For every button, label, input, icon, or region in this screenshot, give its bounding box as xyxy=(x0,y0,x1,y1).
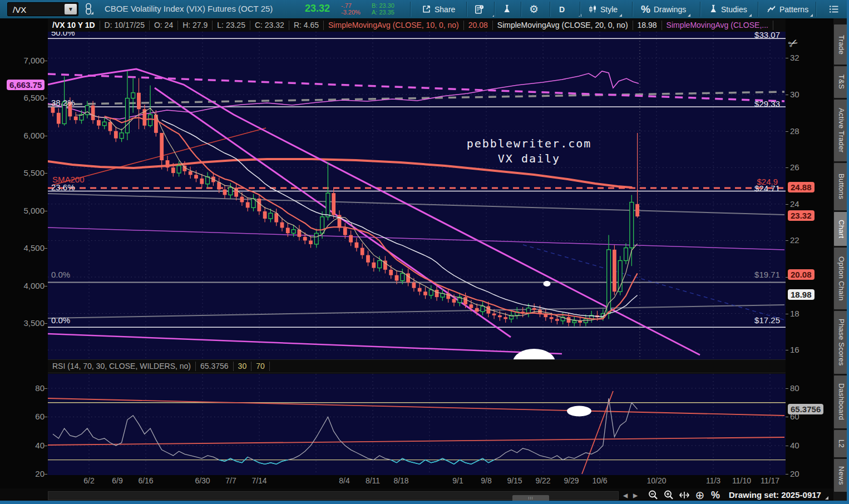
right-axis-tick-label: 32 xyxy=(790,53,799,62)
rsi-right-tick-label: 40 xyxy=(790,441,799,450)
date-tick-label: 11/17 xyxy=(761,476,779,485)
axis-tick xyxy=(786,240,788,241)
axis-tick xyxy=(45,173,47,174)
rsi-canvas[interactable] xyxy=(48,374,786,475)
link-charts-icon[interactable] xyxy=(83,3,95,16)
axis-tick xyxy=(786,350,788,350)
thinkorswim-window: /VX ▼ CBOE Volatility Index (VIX) Future… xyxy=(0,0,849,504)
date-tick-label: 6/2 xyxy=(83,476,94,485)
last-price-bubble: 23.32 xyxy=(788,210,815,221)
rsi-left-tick-label: 80 xyxy=(35,383,45,393)
axis-tick xyxy=(45,388,47,389)
auto-fit-button[interactable] xyxy=(678,489,691,501)
crosshair-tracker-button[interactable]: ⊕ xyxy=(693,489,707,501)
axis-tick xyxy=(45,248,47,249)
date-tick-label: 6/30 xyxy=(195,476,210,485)
sma20-study-label[interactable]: SimpleMovingAvg (CLOSE, 20, 0, no) xyxy=(493,21,633,30)
drawing-set-dropdown-arrow[interactable] xyxy=(825,496,828,500)
header-open: O: 24 xyxy=(150,21,178,30)
axis-tick xyxy=(786,277,788,278)
window-frame-bottom xyxy=(0,501,849,504)
axis-tick xyxy=(786,95,788,95)
date-tick-label: 7/7 xyxy=(225,476,236,485)
axis-tick xyxy=(786,417,788,417)
scroll-right-button[interactable]: ▸ xyxy=(629,489,642,501)
sma50-study-label[interactable]: SimpleMovingAvg (CLOSE,... xyxy=(662,21,773,30)
right-axis-tick-label: 28 xyxy=(790,126,799,136)
left-axis-tick-label: 6,000 xyxy=(23,131,45,140)
axis-tick xyxy=(45,98,47,98)
date-axis: 6/26/96/166/307/77/148/48/118/189/19/89/… xyxy=(0,476,786,488)
axis-tick xyxy=(786,167,788,168)
zoom-in-button[interactable] xyxy=(662,489,675,501)
sma10-study-label[interactable]: SimpleMovingAvg (CLOSE, 10, 0, no) xyxy=(324,21,464,30)
axis-tick xyxy=(45,446,47,446)
chart-panel: /VX 10 Y 1D D: 10/17/25 O: 24 H: 27.9 L:… xyxy=(0,18,833,502)
window-frame-right xyxy=(847,0,849,504)
comparison-price-bubble: 6,663.75 xyxy=(7,80,45,90)
symbol-input[interactable]: /VX ▼ xyxy=(7,2,78,16)
axis-tick xyxy=(786,314,788,314)
axis-tick xyxy=(786,131,788,132)
date-tick-label: 6/9 xyxy=(112,476,122,485)
main-chart-canvas[interactable] xyxy=(48,32,786,359)
rsi-left-tick-label: 60 xyxy=(35,412,45,421)
rsi-oversold-label: 30 xyxy=(234,362,252,371)
axis-tick xyxy=(45,211,47,211)
timeframe-button[interactable]: D xyxy=(554,0,583,18)
symbol-text: /VX xyxy=(13,5,26,14)
axis-tick xyxy=(786,474,788,475)
rsi-value: 65.3756 xyxy=(196,362,234,371)
header-date: D: 10/17/25 xyxy=(100,21,150,30)
style-button[interactable]: Style xyxy=(583,0,623,18)
date-tick-label: 8/4 xyxy=(339,476,349,485)
bottom-toolbar: III ◂ ▸ xyxy=(0,488,833,502)
header-range: R: 4.65 xyxy=(289,21,324,30)
studies-button[interactable]: Studies xyxy=(703,0,753,18)
top-toolbar: /VX ▼ CBOE Volatility Index (VIX) Future… xyxy=(0,0,849,19)
zoom-out-icon xyxy=(648,490,659,501)
rsi-study-label[interactable]: RSI (14, 70, 30, CLOSE, WILDERS, no) xyxy=(48,362,196,371)
flask-icon xyxy=(502,4,511,14)
scissors-detach-icon[interactable]: ✂ xyxy=(786,35,801,51)
drawings-button[interactable]: % Drawings xyxy=(635,0,692,18)
rsi-left-tick-label: 40 xyxy=(35,441,45,450)
zoom-out-button[interactable] xyxy=(646,489,660,501)
dashed-level-price-bubble: 24.88 xyxy=(788,182,815,192)
bid-ask: B: 23.30A: 23.35 xyxy=(372,2,394,16)
axis-tick xyxy=(786,204,788,205)
left-axis-tick-label: 5,000 xyxy=(23,206,45,215)
symbol-dropdown-button[interactable]: ▼ xyxy=(65,4,77,14)
patterns-icon xyxy=(767,5,776,14)
header-high: H: 27.9 xyxy=(178,21,213,30)
notes-button[interactable]: i xyxy=(468,0,496,18)
left-axis-tick-label: 4,000 xyxy=(23,281,45,290)
chart-data-header: /VX 10 Y 1D D: 10/17/25 O: 24 H: 27.9 L:… xyxy=(48,19,786,32)
chart-scrollbar[interactable]: III xyxy=(48,491,619,500)
drawing-set-selector[interactable]: Drawing set: 2025-0917 xyxy=(729,490,821,500)
rsi-right-tick-label: 20 xyxy=(790,469,799,478)
last-price: 23.32 xyxy=(305,3,330,14)
sma20-price-bubble: 18.98 xyxy=(788,289,815,300)
rsi-header: RSI (14, 70, 30, CLOSE, WILDERS, no) 65.… xyxy=(48,359,786,373)
instrument-title: CBOE Volatility Index (VIX) Futures (OCT… xyxy=(105,4,273,13)
axis-tick xyxy=(45,417,47,417)
chart-menu-button[interactable] xyxy=(823,0,849,18)
axis-tick xyxy=(45,323,47,324)
percent-icon: % xyxy=(641,3,650,16)
share-button[interactable]: Share xyxy=(416,0,461,18)
zoom-in-icon xyxy=(663,490,674,501)
list-menu-icon xyxy=(829,5,839,13)
toolbar-separator xyxy=(410,2,411,17)
patterns-button[interactable]: Patterns xyxy=(761,0,814,18)
rsi-right-tick-label: 60 xyxy=(790,412,799,421)
axis-tick xyxy=(786,388,788,389)
settings-button[interactable]: ⚙ xyxy=(524,0,550,18)
date-tick-label: 7/14 xyxy=(251,476,266,485)
rsi-right-tick-label: 80 xyxy=(790,383,799,393)
expand-horizontal-icon xyxy=(679,491,690,499)
analyze-button[interactable] xyxy=(497,0,524,18)
header-close: C: 23.32 xyxy=(250,21,289,30)
percent-tool-button[interactable]: % xyxy=(709,489,722,501)
axis-tick xyxy=(45,474,47,475)
